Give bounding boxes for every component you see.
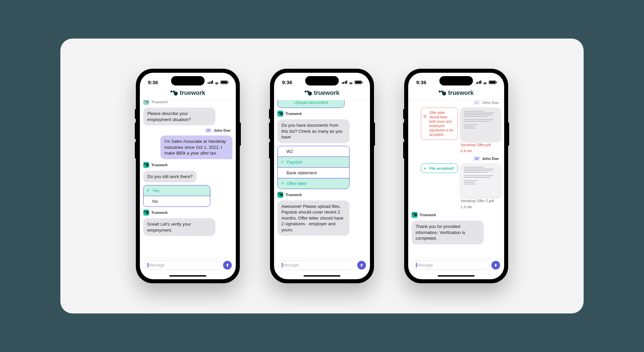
upload-button-box: Upload document xyxy=(277,100,344,108)
truework-logo-icon xyxy=(305,91,312,96)
brand-bar: truework xyxy=(274,88,370,100)
file-size: 1.3 mb xyxy=(461,204,501,209)
status-icons xyxy=(208,80,228,84)
input-bar: Message xyxy=(140,258,236,273)
user-label: John Doe xyxy=(482,157,499,161)
bot-message: Do you still work there? xyxy=(143,171,197,183)
message-input[interactable]: Message xyxy=(278,260,355,270)
canvas: 9:36 truework Truework Please describe y… xyxy=(60,39,584,313)
brand-bar: truework xyxy=(140,88,236,100)
notch xyxy=(439,76,473,85)
message-input[interactable]: Message xyxy=(412,260,489,270)
sender-label: Truework xyxy=(285,193,302,197)
truework-avatar-icon xyxy=(277,111,283,117)
document-thumbnail[interactable] xyxy=(461,164,501,197)
sender-truework: Truework xyxy=(277,192,367,198)
sender-truework: Truework xyxy=(143,162,232,168)
file-name: Vandelay Offer.pdf xyxy=(461,142,501,147)
sender-truework: Truework xyxy=(143,100,232,105)
sender-label: Truework xyxy=(151,100,168,104)
option-paystub[interactable]: Paystub xyxy=(278,157,349,167)
brand-bar: truework xyxy=(408,88,504,100)
status-icons xyxy=(342,80,362,84)
truework-logo-icon xyxy=(439,91,446,96)
bot-message: Great! Let's verify your employment. xyxy=(143,218,215,236)
wifi-icon xyxy=(483,80,487,84)
signal-icon xyxy=(476,80,482,84)
phone-2: 9:36 truework Upload document Truework xyxy=(270,69,374,283)
sender-label: Truework xyxy=(420,213,436,217)
send-button[interactable] xyxy=(357,261,366,270)
wifi-icon xyxy=(348,80,353,84)
status-time: 9:36 xyxy=(148,79,158,85)
bot-message: Thank you for provided information. Veri… xyxy=(412,221,484,244)
file-name: Vandelay Offer 2.pdf xyxy=(461,198,501,203)
option-w2[interactable]: W2 xyxy=(278,146,349,157)
battery-icon xyxy=(220,80,228,84)
status-time: 9:36 xyxy=(282,79,292,85)
chat-area: Truework Please describe your employment… xyxy=(140,100,236,258)
rejection-message: Offer letter should have both yours and … xyxy=(421,108,458,140)
sender-truework: Truework xyxy=(277,111,367,117)
truework-avatar-icon xyxy=(143,162,149,168)
file-size: 0.4 mb xyxy=(461,149,501,153)
user-message: I'm Sales Associate at Vandelay Industri… xyxy=(160,135,232,159)
user-avatar-badge: JD xyxy=(473,100,480,105)
user-avatar-badge: JD xyxy=(473,156,480,161)
battery-icon xyxy=(489,80,496,84)
phone-3-screen: 9:36 truework JD John Doe Offer letter s… xyxy=(408,73,504,279)
option-group-yesno: Yes No xyxy=(143,185,210,207)
wifi-icon xyxy=(214,80,219,84)
option-bank-statement[interactable]: Bank statement xyxy=(278,167,349,178)
bot-message: Awesome! Please upload files. Paystub sh… xyxy=(277,200,350,236)
user-label: John Doe xyxy=(482,101,499,105)
document-thumbnail[interactable] xyxy=(461,108,501,141)
arrow-up-icon xyxy=(225,263,230,268)
phone-2-screen: 9:36 truework Upload document Truework xyxy=(274,73,370,279)
status-time: 9:36 xyxy=(416,79,426,85)
brand-name: truework xyxy=(180,90,205,97)
arrow-up-icon xyxy=(493,263,498,268)
sender-user: JD John Doe xyxy=(412,156,501,161)
home-indicator xyxy=(140,273,236,279)
truework-avatar-icon xyxy=(277,192,283,198)
sender-truework: Truework xyxy=(412,212,501,218)
document-column: Vandelay Offer 2.pdf 1.3 mb xyxy=(461,164,501,210)
option-yes[interactable]: Yes xyxy=(144,185,210,196)
option-no[interactable]: No xyxy=(144,196,210,207)
accepted-message: File accepted! xyxy=(421,164,458,173)
send-button[interactable] xyxy=(223,261,232,270)
sender-label: Truework xyxy=(151,163,168,167)
phone-1-screen: 9:36 truework Truework Please describe y… xyxy=(140,73,236,279)
user-label: John Doe xyxy=(214,128,230,132)
arrow-up-icon xyxy=(359,263,364,268)
chat-area: JD John Doe Offer letter should have bot… xyxy=(408,100,504,258)
input-bar: Message xyxy=(408,258,504,273)
document-column: Vandelay Offer.pdf 0.4 mb xyxy=(461,108,501,154)
home-indicator xyxy=(408,273,504,279)
truework-avatar-icon xyxy=(412,212,418,218)
document-options: W2 Paystub Bank statement Offer letter xyxy=(277,146,350,189)
sender-truework: Truework xyxy=(143,210,232,216)
phone-3: 9:36 truework JD John Doe Offer letter s… xyxy=(404,69,508,283)
notch xyxy=(305,76,339,85)
status-icons xyxy=(476,80,496,84)
sender-label: Truework xyxy=(151,211,168,215)
upload-document-button[interactable]: Upload document xyxy=(278,100,344,108)
user-avatar-badge: JD xyxy=(205,128,212,133)
sender-label: Truework xyxy=(285,112,302,116)
signal-icon xyxy=(342,80,347,84)
notch xyxy=(171,76,205,85)
send-button[interactable] xyxy=(491,261,500,270)
option-offer-letter[interactable]: Offer letter xyxy=(278,178,349,189)
truework-avatar-icon xyxy=(143,100,149,105)
bot-message: Do you have documents from this list? Ch… xyxy=(277,119,350,143)
message-input[interactable]: Message xyxy=(144,260,220,270)
truework-avatar-icon xyxy=(143,210,149,216)
input-bar: Message xyxy=(274,258,370,273)
phone-1: 9:36 truework Truework Please describe y… xyxy=(136,69,240,283)
chat-area: Upload document Truework Do you have doc… xyxy=(274,100,370,258)
brand-name: truework xyxy=(448,90,474,97)
home-indicator xyxy=(274,273,370,279)
upload-row-rejected: Offer letter should have both yours and … xyxy=(421,108,501,154)
